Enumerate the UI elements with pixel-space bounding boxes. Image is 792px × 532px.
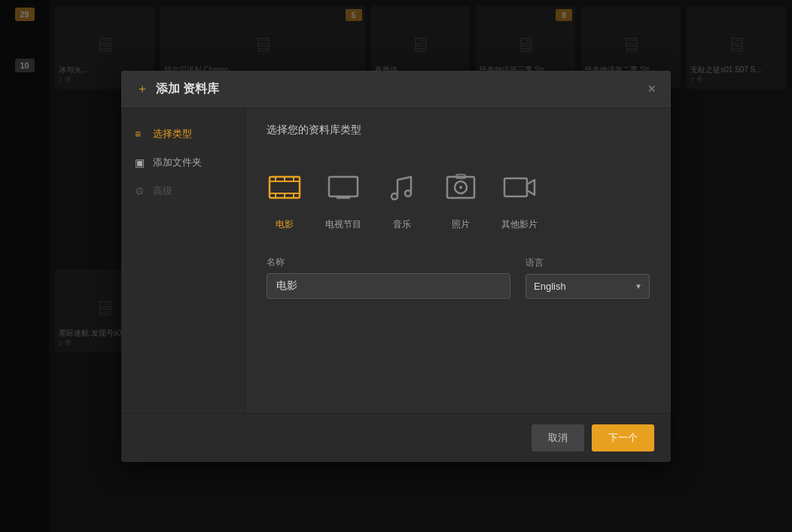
photo-icon [443,169,479,212]
film-icon [267,169,303,212]
name-form-group: 名称 [267,256,510,299]
sidebar-item-add-folder[interactable]: ▣ 添加文件夹 [121,148,245,177]
sidebar-item-label: 添加文件夹 [153,156,202,169]
lib-type-tv[interactable]: 电视节目 [325,169,361,231]
svg-point-13 [405,190,411,196]
lib-movie-label: 电影 [276,218,294,231]
svg-point-16 [459,186,462,189]
lib-type-movie[interactable]: 电影 [267,169,303,231]
sidebar-item-label: 高级 [153,184,172,198]
folder-icon: ▣ [135,157,147,169]
close-button[interactable]: × [647,82,656,96]
add-library-icon: ＋ [136,81,148,97]
form-row: 名称 语言 English 中文 日本語 한국어 Français [267,256,650,299]
next-button[interactable]: 下一个 [592,424,654,451]
lib-music-label: 音乐 [393,218,411,231]
tv-icon [325,169,361,212]
sidebar-item-select-type[interactable]: ≡ 选择类型 [121,120,245,148]
add-library-modal: ＋ 添加 资料库 × ≡ 选择类型 ▣ 添加文件夹 ⚙ 高级 [121,71,671,462]
language-label: 语言 [525,257,650,269]
modal-header: ＋ 添加 资料库 × [121,71,671,108]
lib-tv-label: 电视节目 [325,218,361,231]
library-types-row: 电影 电视节目 [267,158,650,242]
modal-overlay: ＋ 添加 资料库 × ≡ 选择类型 ▣ 添加文件夹 ⚙ 高级 [0,0,792,532]
music-icon [384,169,420,212]
svg-point-12 [391,193,398,199]
lib-type-music[interactable]: 音乐 [384,169,420,231]
lib-type-other[interactable]: 其他影片 [501,169,538,231]
lib-photo-label: 照片 [452,218,470,231]
gear-icon: ⚙ [135,185,147,197]
svg-rect-9 [329,177,358,196]
section-title: 选择您的资料库类型 [267,123,650,137]
modal-footer: 取消 下一个 [121,413,671,462]
language-form-group: 语言 English 中文 日本語 한국어 Français Deutsch E… [525,257,650,299]
sidebar-item-advanced: ⚙ 高级 [121,177,245,205]
language-select-wrapper: English 中文 日本語 한국어 Français Deutsch Espa… [525,274,650,299]
list-icon: ≡ [135,128,147,140]
lib-type-photo[interactable]: 照片 [443,169,479,231]
modal-sidebar: ≡ 选择类型 ▣ 添加文件夹 ⚙ 高级 [121,108,245,413]
name-label: 名称 [267,256,510,269]
modal-title: 添加 资料库 [156,81,219,97]
modal-main-content: 选择您的资料库类型 [245,108,671,413]
lib-other-label: 其他影片 [501,218,538,231]
video-icon [501,169,538,212]
cancel-button[interactable]: 取消 [532,424,584,451]
sidebar-item-label: 选择类型 [153,127,192,141]
name-input[interactable] [267,273,510,299]
svg-rect-18 [504,178,527,196]
modal-header-left: ＋ 添加 资料库 [136,81,219,97]
modal-body: ≡ 选择类型 ▣ 添加文件夹 ⚙ 高级 选择您的资料库类型 [121,108,671,413]
language-select[interactable]: English 中文 日本語 한국어 Français Deutsch Espa… [525,274,650,299]
